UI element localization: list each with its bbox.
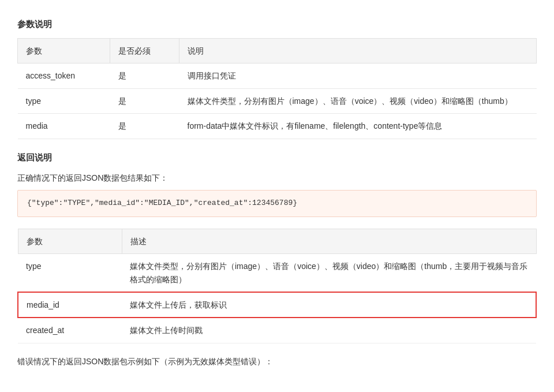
return-col-param: 参数 bbox=[18, 229, 122, 253]
table-row: access_token 是 调用接口凭证 bbox=[18, 64, 537, 88]
return-param-desc: 媒体文件上传后，获取标识 bbox=[122, 292, 536, 318]
error-note-text: 错误情况下的返回JSON数据包示例如下（示例为无效媒体类型错误）： bbox=[17, 355, 537, 368]
params-col-desc: 说明 bbox=[179, 39, 537, 64]
param-required: 是 bbox=[110, 64, 179, 88]
table-row: media 是 form-data中媒体文件标识，有filename、filel… bbox=[18, 114, 537, 139]
param-name: type bbox=[18, 88, 110, 113]
param-required: 是 bbox=[110, 114, 179, 139]
return-table: 参数 描述 type媒体文件类型，分别有图片（image）、语音（voice）、… bbox=[17, 229, 537, 344]
json-code-block: {"type":"TYPE","media_id":"MEDIA_ID","cr… bbox=[17, 190, 537, 217]
return-col-desc: 描述 bbox=[122, 229, 536, 253]
param-desc: 调用接口凭证 bbox=[179, 64, 537, 88]
params-section-title: 参数说明 bbox=[17, 17, 537, 31]
params-col-param: 参数 bbox=[18, 39, 110, 64]
param-desc: 媒体文件类型，分别有图片（image）、语音（voice）、视频（video）和… bbox=[179, 88, 537, 113]
return-param-name: created_at bbox=[18, 318, 122, 343]
param-name: access_token bbox=[18, 64, 110, 88]
table-row: created_at媒体文件上传时间戳 bbox=[18, 318, 536, 343]
return-param-name: media_id bbox=[18, 292, 122, 318]
table-row: type媒体文件类型，分别有图片（image）、语音（voice）、视频（vid… bbox=[18, 254, 536, 292]
return-param-desc: 媒体文件类型，分别有图片（image）、语音（voice）、视频（video）和… bbox=[122, 254, 536, 292]
return-param-name: type bbox=[18, 254, 122, 292]
param-name: media bbox=[18, 114, 110, 139]
return-table-header-row: 参数 描述 bbox=[18, 229, 536, 253]
table-row: media_id媒体文件上传后，获取标识 bbox=[18, 292, 536, 318]
param-required: 是 bbox=[110, 88, 179, 113]
return-param-desc: 媒体文件上传时间戳 bbox=[122, 318, 536, 343]
param-desc: form-data中媒体文件标识，有filename、filelength、co… bbox=[179, 114, 537, 139]
table-row: type 是 媒体文件类型，分别有图片（image）、语音（voice）、视频（… bbox=[18, 88, 537, 113]
return-section-title: 返回说明 bbox=[17, 151, 537, 165]
return-desc-text: 正确情况下的返回JSON数据包结果如下： bbox=[17, 171, 537, 184]
params-table: 参数 是否必须 说明 access_token 是 调用接口凭证 type 是 … bbox=[17, 38, 537, 139]
params-col-required: 是否必须 bbox=[110, 39, 179, 64]
params-table-header-row: 参数 是否必须 说明 bbox=[18, 39, 537, 64]
